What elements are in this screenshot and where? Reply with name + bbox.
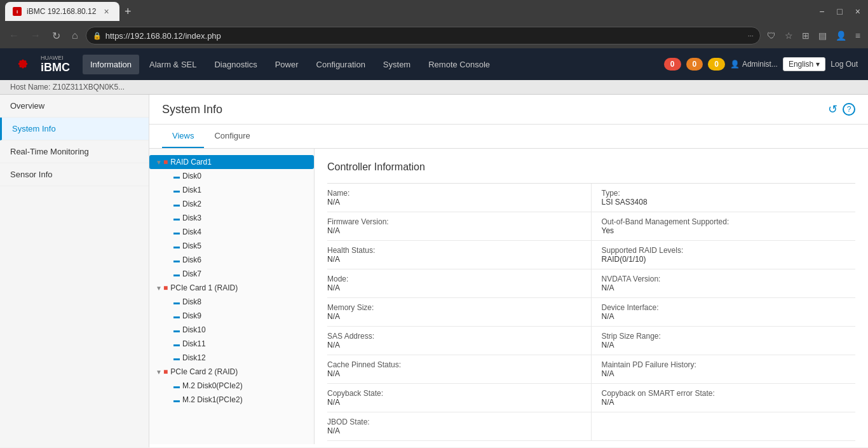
- new-tab-button[interactable]: +: [125, 5, 132, 18]
- browser-tab[interactable]: i iBMC 192.168.80.12 ×: [5, 2, 119, 21]
- detail-pane: Controller Information Name: N/A Type: L…: [315, 149, 868, 444]
- tree-item-disk3[interactable]: ▬ Disk3: [159, 211, 314, 225]
- tree-item-disk1[interactable]: ▬ Disk1: [159, 183, 314, 197]
- lock-icon: 🔒: [93, 32, 102, 40]
- back-button[interactable]: ←: [5, 27, 23, 44]
- bookmark-icon[interactable]: ☆: [782, 28, 796, 43]
- tree-item-disk10[interactable]: ▬ Disk10: [159, 323, 314, 337]
- tree-item-disk11[interactable]: ▬ Disk11: [159, 337, 314, 351]
- content-area: System Info ↺ ? Views Configure ▼ ■ RAID…: [149, 95, 868, 447]
- tree-item-disk0[interactable]: ▬ Disk0: [159, 169, 314, 183]
- tree-pane: ▼ ■ RAID Card1 ▬ Disk0 ▬ Disk1 ▬: [149, 149, 315, 444]
- tab-close-button[interactable]: ×: [104, 6, 109, 17]
- info-cell-sas: SAS Address: N/A: [327, 327, 592, 355]
- nav-item-information[interactable]: Information: [83, 55, 139, 74]
- tab-configure[interactable]: Configure: [204, 125, 260, 148]
- badge-yellow[interactable]: 0: [708, 58, 725, 71]
- tree-item-m2disk0[interactable]: ▬ M.2 Disk0(PCIe2): [159, 379, 314, 393]
- badge-red[interactable]: 0: [664, 58, 681, 71]
- sidebar-overview-label: Overview: [10, 101, 44, 111]
- value-health: N/A: [327, 255, 591, 264]
- nav-item-alarm[interactable]: Alarm & SEL: [142, 55, 204, 74]
- tree-item-pcie2[interactable]: ▼ ■ PCIe Card 2 (RAID): [149, 365, 314, 379]
- menu-icon[interactable]: ≡: [853, 28, 863, 43]
- value-jbod: N/A: [327, 426, 591, 435]
- info-row-2: Firmware Version: N/A Out-of-Band Manage…: [327, 212, 855, 241]
- host-name-label: Host Name: Z10Z311XBQN0K5...: [10, 83, 125, 92]
- tab-bar: i iBMC 192.168.80.12 × + − □ ×: [0, 0, 868, 23]
- tree-item-disk5[interactable]: ▬ Disk5: [159, 239, 314, 253]
- main-nav: Information Alarm & SEL Diagnostics Powe…: [83, 55, 651, 74]
- nav-item-configuration[interactable]: Configuration: [309, 55, 373, 74]
- label-maintain-pd: Maintain PD Failure History:: [602, 360, 856, 369]
- label-copyback: Copyback State:: [327, 389, 591, 398]
- svg-text:i: i: [17, 9, 18, 15]
- logout-button[interactable]: Log Out: [831, 60, 858, 69]
- language-selector[interactable]: English ▾: [783, 57, 825, 71]
- disk-icon: ▬: [173, 215, 180, 222]
- nav-item-diagnostics[interactable]: Diagnostics: [207, 55, 264, 74]
- sidebar: Overview System Info Real-Time Monitorin…: [0, 95, 149, 447]
- close-button[interactable]: ×: [853, 4, 863, 19]
- controller-info-title: Controller Information: [327, 161, 855, 173]
- reload-button[interactable]: ↻: [48, 27, 64, 44]
- tree-item-disk6[interactable]: ▬ Disk6: [159, 253, 314, 267]
- refresh-button[interactable]: ↺: [828, 102, 837, 116]
- address-bar[interactable]: 🔒 https://192.168.80.12/index.php ···: [86, 27, 761, 44]
- tree-item-disk2[interactable]: ▬ Disk2: [159, 197, 314, 211]
- app-header: HUAWEI iBMC Information Alarm & SEL Diag…: [0, 48, 868, 80]
- value-sas: N/A: [327, 341, 591, 350]
- tree-item-m2disk1[interactable]: ▬ M.2 Disk1(PCIe2): [159, 393, 314, 407]
- maximize-button[interactable]: □: [834, 4, 844, 19]
- tree-label-m2disk0: M.2 Disk0(PCIe2): [182, 381, 243, 390]
- label-type: Type:: [602, 189, 856, 198]
- disk-icon: ▬: [173, 187, 180, 194]
- tree-item-disk7[interactable]: ▬ Disk7: [159, 267, 314, 281]
- browser-chrome: i iBMC 192.168.80.12 × + − □ × ← → ↻ ⌂ 🔒…: [0, 0, 868, 48]
- sidebar-item-realtime[interactable]: Real-Time Monitoring: [0, 140, 149, 163]
- forward-button[interactable]: →: [27, 27, 44, 44]
- admin-button[interactable]: 👤 Administ...: [730, 60, 778, 69]
- nav-item-system[interactable]: System: [376, 55, 418, 74]
- minimize-button[interactable]: −: [817, 4, 827, 19]
- controller-icon: ■: [163, 158, 168, 166]
- label-strip: Strip Size Range:: [602, 332, 856, 341]
- value-copyback: N/A: [327, 398, 591, 407]
- info-cell-memory: Memory Size: N/A: [327, 298, 592, 326]
- home-button[interactable]: ⌂: [68, 27, 82, 44]
- tree-item-disk9[interactable]: ▬ Disk9: [159, 309, 314, 323]
- more-options-icon[interactable]: ···: [748, 32, 754, 39]
- nav-item-remote[interactable]: Remote Console: [421, 55, 498, 74]
- help-button[interactable]: ?: [843, 103, 855, 116]
- info-cell-device-interface: Device Interface: N/A: [592, 298, 856, 326]
- tree-item-disk8[interactable]: ▬ Disk8: [159, 295, 314, 309]
- tree-item-disk12[interactable]: ▬ Disk12: [159, 351, 314, 365]
- tree-label-disk6: Disk6: [182, 255, 201, 264]
- tree-item-raid1[interactable]: ▼ ■ RAID Card1: [149, 155, 314, 169]
- tree-item-disk4[interactable]: ▬ Disk4: [159, 225, 314, 239]
- profile-icon[interactable]: 👤: [833, 28, 849, 43]
- tree-label-pcie2: PCIe Card 2 (RAID): [170, 367, 238, 376]
- info-cell-nvdata: NVDATA Version: N/A: [592, 269, 856, 297]
- tab-favicon: i: [13, 7, 22, 16]
- value-mode: N/A: [327, 283, 591, 292]
- info-row-4: Mode: N/A NVDATA Version: N/A: [327, 269, 855, 298]
- info-cell-copyback-smart: Copyback on SMART error State: N/A: [592, 384, 856, 412]
- sidebar-item-sensor[interactable]: Sensor Info: [0, 163, 149, 186]
- badge-orange[interactable]: 0: [686, 58, 703, 71]
- library-icon[interactable]: ⊞: [799, 28, 812, 43]
- nav-item-power[interactable]: Power: [268, 55, 306, 74]
- sidebar-item-system-info[interactable]: System Info: [0, 118, 149, 140]
- sidebar-toggle-icon[interactable]: ▤: [816, 28, 829, 43]
- disk-icon: ▬: [173, 341, 180, 348]
- shield-icon: 🛡: [764, 28, 778, 43]
- value-maintain-pd: N/A: [602, 369, 856, 378]
- disk-icon: ▬: [173, 299, 180, 306]
- info-row-6: SAS Address: N/A Strip Size Range: N/A: [327, 327, 855, 355]
- m2-icon: ▬: [173, 383, 180, 390]
- tab-views[interactable]: Views: [162, 125, 204, 148]
- label-sas: SAS Address:: [327, 332, 591, 341]
- info-cell-firmware: Firmware Version: N/A: [327, 212, 592, 240]
- tree-item-pcie1[interactable]: ▼ ■ PCIe Card 1 (RAID): [149, 281, 314, 295]
- sidebar-item-overview[interactable]: Overview: [0, 95, 149, 118]
